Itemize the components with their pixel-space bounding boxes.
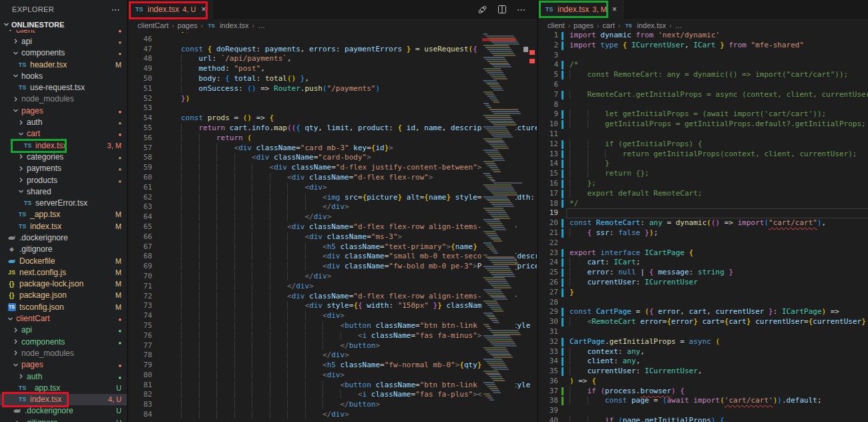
tree-folder-api[interactable]: api● [0, 325, 127, 336]
breadcrumb-item[interactable]: index.tsx [637, 21, 666, 29]
code-line-55[interactable]: 55 return cart.info.map(({ qty, limit, p… [128, 124, 537, 134]
code-line-73[interactable]: 73 <div style={{ width: "150px" }} class… [128, 301, 537, 311]
code-line-5[interactable]: 5 const RemoteCart: any = dynamic(() => … [538, 70, 868, 80]
code-line-81[interactable]: 81 <button className="btn btn-link px-2"… [128, 381, 537, 391]
code-line-46[interactable]: 46 [128, 35, 537, 45]
tree-file-tsconfig-json[interactable]: TStsconfig.jsonM [0, 301, 127, 312]
tree-file-dockerfile[interactable]: DockerfileM [0, 255, 127, 266]
close-icon[interactable]: × [612, 5, 617, 14]
tree-file-package-json[interactable]: {}package.jsonM [0, 290, 127, 301]
code-line-56[interactable]: 56 return ( [128, 134, 537, 144]
tree-folder-pages[interactable]: pages● [0, 359, 127, 371]
code-line-59[interactable]: 59 <div className="d-flex justify-conten… [128, 163, 537, 173]
code-line-32[interactable]: 32CartPage.getInitialProps = async ( [538, 337, 868, 347]
tree-file-use-request-tsx[interactable]: TSuse-request.tsx [0, 81, 127, 93]
explorer-more-actions-icon[interactable]: ⋯ [112, 5, 120, 15]
tree-folder-client[interactable]: client● [0, 30, 127, 35]
code-line-53[interactable]: 53 [128, 103, 537, 114]
breadcrumb-item[interactable]: cart [602, 21, 614, 29]
code-line-57[interactable]: 57 <div className="card mb-3" key={id}> [128, 144, 537, 154]
tree-folder-node-modules[interactable]: node_modules [0, 93, 127, 105]
code-line-69[interactable]: 69 <div className="fw-bold mb-0 pe-3">Pr… [128, 262, 537, 272]
code-line-77[interactable]: 77 </button> [128, 341, 537, 351]
code-editor-clientcart-index[interactable]: 45})4647const { doRequest: payments, err… [128, 32, 537, 422]
tree-folder-shared[interactable]: shared [0, 186, 127, 197]
tree-folder-categories[interactable]: categories● [0, 151, 127, 162]
tree-folder-cart[interactable]: cart● [0, 128, 127, 140]
code-line-14[interactable]: 14 } [538, 159, 868, 169]
tree-folder-api[interactable]: api● [0, 35, 127, 47]
tree-folder-payments[interactable]: payments● [0, 163, 127, 174]
code-line-76[interactable]: 76 <i className="fas fa-minus"></i> [128, 331, 537, 341]
tree-file-header-tsx[interactable]: TSheader.tsxM [0, 59, 127, 70]
tree-file-index-tsx[interactable]: TSindex.tsxM [0, 220, 127, 232]
code-line-31[interactable]: 31 [538, 327, 868, 337]
code-line-34[interactable]: 34 client: any, [538, 357, 868, 367]
code-line-49[interactable]: 49 method: "post", [128, 64, 537, 74]
code-line-17[interactable]: 17 export default RemoteCart; [538, 189, 868, 199]
tree-folder-products[interactable]: products● [0, 174, 127, 186]
code-line-23[interactable]: 23export interface ICartPage { [538, 248, 868, 258]
code-line-50[interactable]: 50 body: { total: total() }, [128, 74, 537, 84]
code-line-27[interactable]: 27} [538, 288, 868, 298]
breadcrumb-item[interactable]: client [548, 21, 565, 29]
tree-folder-hooks[interactable]: hooks [0, 70, 127, 81]
split-editor-icon[interactable] [497, 5, 507, 14]
tree-file-index-tsx[interactable]: TSindex.tsx4, U [0, 394, 127, 405]
breadcrumb[interactable]: clientCart›pages›TSindex.tsx›… [128, 19, 537, 32]
code-line-40[interactable]: 40 if (page.getInitialProps) { [538, 416, 868, 422]
tree-file-next-config-js[interactable]: JSnext.config.jsM [0, 266, 127, 278]
tree-file-servererror-tsx[interactable]: TSserverError.tsx [0, 197, 127, 208]
code-line-26[interactable]: 26 currentUser: ICurrentUser [538, 278, 868, 288]
code-line-16[interactable]: 16 }; [538, 179, 868, 189]
tree-folder-components[interactable]: components● [0, 336, 127, 347]
breadcrumb-item[interactable]: index.tsx [220, 21, 248, 29]
code-line-67[interactable]: 67 <h5 className="text-primary">{name} {… [128, 242, 537, 252]
tree-folder-pages[interactable]: pages● [0, 105, 127, 116]
code-line-3[interactable]: 3 [538, 51, 868, 61]
code-line-2[interactable]: 2import type { ICurrentUser, ICart } fro… [538, 41, 868, 51]
code-line-11[interactable]: 11 [538, 130, 868, 140]
tab-client-cart-index[interactable]: TSindex.tsx3, M× [538, 0, 624, 19]
tree-folder-auth[interactable]: auth● [0, 371, 127, 382]
breadcrumb-item[interactable]: pages [178, 21, 198, 29]
code-line-65[interactable]: 65 <div className="d-flex flex-row align… [128, 222, 537, 232]
code-line-78[interactable]: 78 </div> [128, 351, 537, 361]
code-line-79[interactable]: 79 <h5 className="fw-normal mb-0">{qty}<… [128, 361, 537, 371]
code-line-13[interactable]: 13 return getInitialProps(context, clien… [538, 150, 868, 160]
code-line-75[interactable]: 75 <button className="btn btn-link px-2"… [128, 321, 537, 331]
close-icon[interactable]: × [202, 5, 206, 14]
code-line-51[interactable]: 51 onSuccess: () => Router.push("/paymen… [128, 84, 537, 94]
code-line-30[interactable]: 30 <RemoteCart error={error} cart={cart}… [538, 317, 868, 327]
code-line-22[interactable]: 22 [538, 238, 868, 248]
code-line-72[interactable]: 72 <div className="d-flex flex-row align… [128, 292, 537, 302]
code-line-70[interactable]: 70 </div> [128, 272, 537, 282]
breadcrumb-item[interactable]: clientCart [138, 21, 168, 29]
open-changes-icon[interactable] [477, 5, 487, 15]
breadcrumb-item[interactable]: … [675, 21, 682, 29]
code-line-60[interactable]: 60 <div className="d-flex flex-row"> [128, 173, 537, 183]
code-line-8[interactable]: 8 [538, 100, 868, 110]
tree-folder-clientcart[interactable]: clientCart● [0, 312, 127, 324]
code-line-54[interactable]: 54const prods = () => { [128, 114, 537, 124]
code-line-63[interactable]: 63 </div> [128, 202, 537, 212]
code-line-12[interactable]: 12 if (getInitialProps) { [538, 140, 868, 150]
tree-file--gitignore[interactable]: ◆.gitignoreU [0, 417, 127, 422]
code-line-62[interactable]: 62 <img src={picture} alt={name} style={… [128, 193, 537, 203]
code-line-33[interactable]: 33 context: any, [538, 347, 868, 357]
breadcrumb-item[interactable]: pages [574, 21, 594, 29]
code-line-83[interactable]: 83 </button> [128, 400, 537, 410]
tree-folder-components[interactable]: components● [0, 47, 127, 59]
code-line-25[interactable]: 25 error: null | { message: string } [538, 268, 868, 278]
code-line-47[interactable]: 47const { doRequest: payments, errors: p… [128, 45, 537, 55]
code-line-36[interactable]: 36) => { [538, 377, 868, 387]
code-line-58[interactable]: 58 <div className="card-body"> [128, 153, 537, 163]
code-line-1[interactable]: 1import dynamic from 'next/dynamic' [538, 32, 868, 41]
minimap[interactable] [482, 32, 515, 422]
code-line-24[interactable]: 24 cart: ICart; [538, 258, 868, 268]
more-actions-icon[interactable]: ⋯ [517, 5, 526, 15]
code-line-71[interactable]: 71 </div> [128, 282, 537, 292]
code-line-15[interactable]: 15 return {}; [538, 169, 868, 179]
code-line-37[interactable]: 37 if (process.browser) { [538, 387, 868, 397]
code-line-20[interactable]: 20const RemoteCart: any = dynamic(() => … [538, 218, 868, 228]
